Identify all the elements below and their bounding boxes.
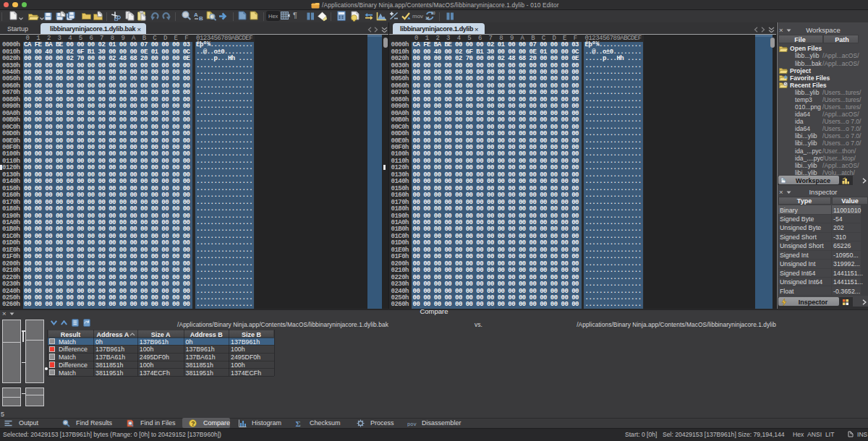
svg-text:pov: pov bbox=[407, 421, 417, 427]
svg-text:B: B bbox=[199, 15, 203, 21]
svg-text:A: A bbox=[194, 12, 198, 18]
svg-text:?: ? bbox=[191, 420, 195, 427]
svg-text:10: 10 bbox=[431, 11, 435, 15]
svg-text:Σ: Σ bbox=[296, 419, 301, 427]
svg-text:16: 16 bbox=[425, 16, 430, 20]
